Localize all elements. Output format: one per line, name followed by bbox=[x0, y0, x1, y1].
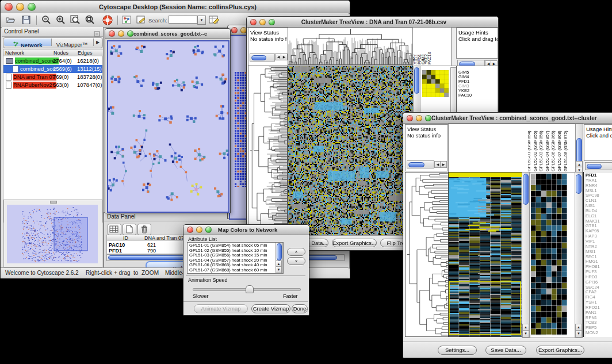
zoom-out-icon[interactable] bbox=[41, 15, 51, 28]
zoom-button[interactable] bbox=[28, 3, 36, 11]
save-data-button[interactable]: Save Data... bbox=[485, 346, 526, 355]
close-button[interactable] bbox=[250, 19, 257, 25]
tv2-heatmap-vscrollbar[interactable]: ▲ ▼ bbox=[522, 172, 530, 338]
scrollbar-thumb[interactable] bbox=[277, 243, 282, 260]
array-column-label[interactable]: GPL51-02 (GSM855) bbox=[533, 131, 537, 171]
search-dropdown-button[interactable]: ▼ bbox=[197, 16, 206, 25]
close-button[interactable] bbox=[231, 27, 238, 33]
tab-vizmapper[interactable]: VizMapper™ bbox=[51, 39, 93, 46]
array-column-label[interactable]: GPL51-01 (GSM854) bbox=[528, 131, 531, 171]
close-button[interactable] bbox=[109, 30, 115, 37]
scroll-down-arrow[interactable]: ▼ bbox=[522, 330, 529, 338]
minimize-button[interactable] bbox=[416, 115, 422, 121]
minimize-button[interactable] bbox=[259, 19, 266, 25]
attribute-listbox[interactable]: GPL51-01 (GSM854) heat shock 05 minGPL51… bbox=[187, 242, 284, 274]
zoom-in-icon[interactable] bbox=[55, 15, 66, 28]
tv1-column-dendrogram[interactable] bbox=[288, 27, 414, 65]
attribute-editor-icon[interactable] bbox=[209, 15, 220, 28]
tab-overflow-button[interactable]: ▶ bbox=[93, 39, 102, 46]
tv2-usage-hscrollbar[interactable] bbox=[585, 162, 612, 170]
resize-grip[interactable] bbox=[304, 304, 308, 315]
gene-label[interactable]: MON2 bbox=[586, 331, 612, 336]
close-button[interactable] bbox=[5, 3, 13, 11]
save-icon[interactable] bbox=[21, 15, 31, 27]
attribute-list-item[interactable]: GPL51-02 (GSM855) heat shock 10 min bbox=[188, 248, 275, 254]
scroll-right-arrow[interactable]: ▶ bbox=[281, 53, 288, 60]
scroll-down-arrow[interactable]: ▼ bbox=[575, 330, 582, 338]
attribute-list-item[interactable]: GPL51-07 (GSM868) heat shock 60 min bbox=[188, 268, 275, 273]
tv1-heatmap[interactable] bbox=[288, 66, 414, 236]
attribute-list-vscrollbar[interactable]: ▲ ▼ bbox=[276, 242, 283, 274]
array-column-label[interactable]: GPL51-06 (GSM865) bbox=[551, 131, 555, 171]
close-button[interactable] bbox=[187, 227, 193, 233]
birdseye-view[interactable] bbox=[7, 205, 98, 263]
network-list-row[interactable]: RNAPuberNov2+563(0)107847(0) bbox=[3, 81, 102, 89]
array-column-label[interactable]: GPL51-04 (GSM857) bbox=[545, 131, 549, 171]
tv2-status-hscrollbar[interactable] bbox=[407, 160, 434, 168]
attribute-list-item[interactable]: GPL51-06 (GSM865) heat shock 40 min bbox=[188, 263, 275, 268]
zoom-fit-icon[interactable] bbox=[70, 15, 81, 28]
tv2-gene-dendrogram[interactable] bbox=[405, 172, 449, 337]
scrollbar-thumb[interactable] bbox=[414, 67, 419, 94]
scrollbar-thumb[interactable] bbox=[576, 138, 582, 163]
animation-speed-slider[interactable] bbox=[193, 285, 300, 292]
zoom-button[interactable] bbox=[425, 115, 431, 121]
network-canvas[interactable] bbox=[107, 40, 230, 213]
move-up-button[interactable]: ∧ bbox=[287, 248, 305, 256]
network-window-1[interactable]: combined_scores_good.txt--cluste... bbox=[105, 28, 231, 213]
column-header-nodes[interactable]: Nodes bbox=[52, 49, 76, 56]
tv1-correlation-matrix[interactable] bbox=[422, 70, 449, 97]
scroll-right-arrow[interactable]: ▶ bbox=[440, 161, 447, 168]
attribute-list-item[interactable]: GPL51-03 (GSM856) heat shock 15 min bbox=[188, 253, 275, 258]
main-titlebar[interactable]: Cytoscape Desktop (Session Name: collins… bbox=[1, 1, 350, 14]
plugin-icon[interactable] bbox=[122, 16, 132, 27]
tv2-zoom-vscrollbar[interactable]: ▲ ▼ bbox=[575, 172, 583, 338]
minimize-button[interactable] bbox=[196, 227, 202, 233]
matrix-column-label[interactable]: PAC10 bbox=[427, 52, 431, 64]
close-button[interactable] bbox=[407, 115, 413, 121]
tv2-zoom-heatmap[interactable] bbox=[531, 174, 567, 335]
birdseye-resize-handle[interactable] bbox=[50, 201, 57, 204]
array-column-label[interactable]: GPL51-03 (GSM856) bbox=[539, 131, 543, 171]
move-down-button[interactable]: ∨ bbox=[287, 257, 305, 265]
scrollbar-thumb[interactable] bbox=[523, 174, 529, 205]
tv2-labels-vscrollbar[interactable]: ▲ ▼ bbox=[575, 124, 583, 173]
search-input[interactable] bbox=[169, 16, 197, 24]
tv1-gene-dendrogram[interactable] bbox=[248, 66, 288, 236]
settings-button[interactable]: Settings... bbox=[438, 346, 477, 355]
animate-vizmap-button[interactable]: Animate Vizmap bbox=[194, 304, 248, 313]
column-header-network[interactable]: Network bbox=[3, 49, 52, 56]
scroll-down-arrow[interactable]: ▼ bbox=[276, 266, 282, 273]
zoom-button[interactable] bbox=[127, 30, 133, 37]
network-list-row[interactable]: combined_sco2569(6)13112(15) bbox=[3, 65, 102, 73]
zoom-selected-icon[interactable] bbox=[85, 15, 95, 28]
matrix-row-label[interactable]: PAC10 bbox=[458, 93, 496, 98]
scrollbar-thumb[interactable] bbox=[576, 174, 582, 194]
new-attribute-icon[interactable] bbox=[123, 224, 136, 235]
tv1-status-hscrollbar[interactable] bbox=[250, 53, 275, 62]
network-list-row[interactable]: DNA and Tran 07769(0)183728(0) bbox=[3, 73, 102, 81]
column-header-edges[interactable]: Edges bbox=[76, 49, 103, 56]
zoom-button[interactable] bbox=[205, 227, 212, 233]
network-list-row[interactable]: combined_scores2764(0)16218(0) bbox=[3, 57, 102, 65]
minimize-button[interactable] bbox=[118, 30, 124, 37]
zoom-button[interactable] bbox=[269, 19, 275, 25]
export-graphics-button[interactable]: Export Graphics... bbox=[536, 346, 584, 355]
tv2-heatmap[interactable] bbox=[448, 172, 522, 337]
help-icon[interactable] bbox=[102, 14, 113, 28]
network-name: RNAPuberNov2+ bbox=[13, 82, 56, 89]
attribute-list-item[interactable]: GPL51-04 (GSM857) heat shock 20 min bbox=[188, 258, 275, 263]
minimize-button[interactable] bbox=[16, 3, 24, 11]
data-column-id[interactable]: ID bbox=[107, 235, 143, 241]
attribute-table-icon[interactable] bbox=[108, 224, 121, 235]
slider-thumb[interactable] bbox=[246, 285, 254, 293]
array-column-label[interactable]: GPL51-07 (GSM868) bbox=[557, 131, 561, 171]
attribute-list-item[interactable]: GPL51-01 (GSM854) heat shock 05 min bbox=[188, 243, 275, 248]
array-column-label[interactable]: GPL51-08 (GSM872) bbox=[564, 131, 568, 171]
export-graphics-button[interactable]: Export Graphics... bbox=[332, 239, 377, 247]
annotation-icon[interactable] bbox=[136, 15, 146, 28]
delete-attribute-icon[interactable] bbox=[137, 224, 151, 235]
open-file-icon[interactable] bbox=[5, 15, 16, 27]
create-vizmap-button[interactable]: Create Vizmap bbox=[251, 304, 290, 313]
tab-network[interactable]: Network bbox=[4, 39, 52, 46]
